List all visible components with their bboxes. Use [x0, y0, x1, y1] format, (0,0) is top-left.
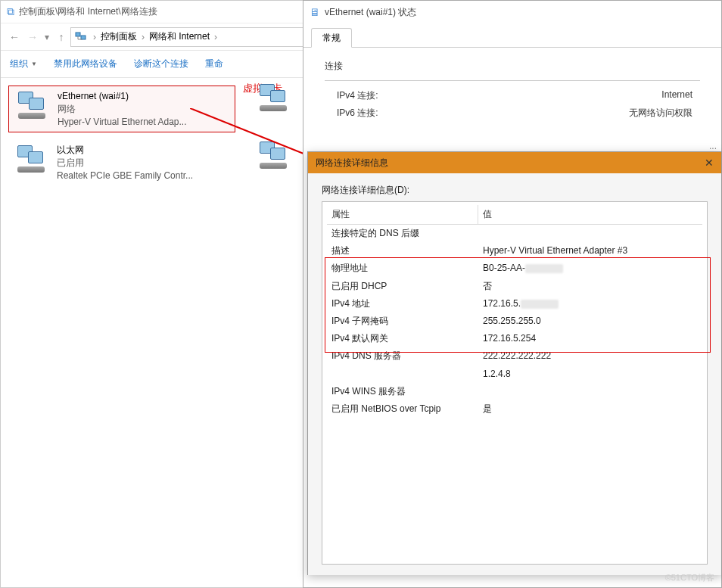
breadcrumb-sep: › [142, 32, 145, 42]
details-row[interactable]: 1.2.4.8 [327, 366, 702, 383]
details-row[interactable]: 已启用 NetBIOS over Tcpip是 [327, 400, 702, 418]
details-row[interactable]: 已启用 DHCP否 [327, 278, 702, 295]
adapter-name: vEthernet (wai#1) [58, 90, 229, 103]
details-val: Hyper-V Virtual Ethernet Adapter #3 [478, 244, 702, 258]
nav-forward-button[interactable]: → [23, 28, 42, 46]
status-title-bar: 🖥 vEthernet (wai#1) 状态 [303, 1, 721, 23]
details-val: 否 [478, 279, 702, 294]
organize-button[interactable]: 组织▼ [10, 58, 37, 70]
svg-rect-1 [81, 36, 86, 39]
details-prop [327, 367, 478, 381]
breadcrumb-sep: › [93, 32, 96, 42]
details-prop: 已启用 DHCP [327, 279, 478, 294]
adapter-icon [257, 140, 293, 172]
disable-device-button[interactable]: 禁用此网络设备 [54, 58, 117, 70]
adapter-item-vethernet[interactable]: vEthernet (wai#1) 网络 Hyper-V Virtual Eth… [8, 86, 235, 132]
redacted-text [525, 264, 563, 273]
adapter-small-icon: 🖥 [310, 6, 320, 18]
details-table: 属性 值 连接特定的 DNS 后缀描述Hyper-V Virtual Ether… [322, 201, 708, 565]
status-body: 连接 IPv4 连接: Internet IPv6 连接: 无网络访问权限 [303, 48, 721, 134]
close-button[interactable]: ✕ [705, 157, 714, 169]
details-prop: 物理地址 [327, 261, 478, 275]
details-val: 是 [478, 402, 702, 416]
details-prop: IPv4 地址 [327, 297, 478, 311]
details-row[interactable]: IPv4 DNS 服务器222.222.222.222 [327, 347, 702, 365]
status-value: 无网络访问权限 [458, 107, 700, 120]
watermark: ©51CTO博客 [665, 572, 714, 583]
adapter-item-ethernet[interactable]: 以太网 已启用 Realtek PCIe GBE Family Contr... [8, 140, 235, 185]
col-header-property[interactable]: 属性 [327, 205, 478, 225]
adapter-status: 已启用 [57, 157, 229, 170]
diagnose-button[interactable]: 诊断这个连接 [134, 58, 188, 70]
details-val: 172.16.5. [478, 297, 702, 311]
network-icon: ⧉ [7, 5, 14, 18]
breadcrumb-item-1[interactable]: 网络和 Internet [147, 29, 212, 45]
status-row-ipv4: IPv4 连接: Internet [325, 87, 700, 104]
divider [325, 80, 700, 81]
status-label: IPv4 连接: [337, 89, 458, 102]
adapter-icon [257, 82, 293, 114]
details-row[interactable]: 描述Hyper-V Virtual Ethernet Adapter #3 [327, 242, 702, 260]
adapter-name: 以太网 [57, 144, 229, 157]
details-val: 255.255.255.0 [478, 314, 702, 328]
rename-button[interactable]: 重命 [205, 58, 223, 70]
nav-recent-button[interactable]: ▾ [45, 32, 49, 42]
details-val: B0-25-AA- [478, 261, 702, 275]
col-header-value[interactable]: 值 [478, 205, 702, 225]
breadcrumb-icon [74, 30, 88, 44]
details-val: 222.222.222.222 [478, 349, 702, 363]
details-title-bar: 网络连接详细信息 ✕ [308, 152, 721, 173]
details-row[interactable]: IPv4 地址172.16.5. [327, 295, 702, 313]
details-dialog: 网络连接详细信息 ✕ 网络连接详细信息(D): 属性 值 连接特定的 DNS 后… [307, 151, 722, 575]
breadcrumb-sep: › [214, 32, 217, 42]
details-prop: 描述 [327, 244, 478, 258]
details-label: 网络连接详细信息(D): [322, 184, 708, 197]
details-row[interactable]: IPv4 WINS 服务器 [327, 383, 702, 400]
status-row-ipv6: IPv6 连接: 无网络访问权限 [325, 104, 700, 122]
tab-general[interactable]: 常规 [311, 28, 352, 48]
status-label: IPv6 连接: [337, 107, 458, 120]
details-row[interactable]: 连接特定的 DNS 后缀 [327, 225, 702, 242]
details-val: 172.16.5.254 [478, 331, 702, 346]
status-tabs: 常规 [303, 23, 721, 48]
adapter-icon [15, 90, 51, 122]
svg-rect-0 [76, 33, 80, 36]
status-section-connection: 连接 [325, 60, 700, 73]
details-header-row: 属性 值 [327, 205, 702, 225]
details-prop: IPv4 DNS 服务器 [327, 349, 478, 363]
details-title: 网络连接详细信息 [316, 157, 388, 170]
redacted-text [521, 300, 559, 309]
details-prop: IPv4 WINS 服务器 [327, 384, 478, 399]
adapter-status: 网络 [58, 103, 229, 116]
details-row[interactable]: IPv4 默认网关172.16.5.254 [327, 330, 702, 347]
status-value: Internet [458, 89, 700, 102]
details-row[interactable]: IPv4 子网掩码255.255.255.0 [327, 313, 702, 330]
details-body: 网络连接详细信息(D): 属性 值 连接特定的 DNS 后缀描述Hyper-V … [308, 173, 721, 575]
adapter-desc: Realtek PCIe GBE Family Contr... [57, 170, 229, 182]
window-title: 控制面板\网络和 Internet\网络连接 [19, 5, 157, 18]
details-row[interactable]: 物理地址B0-25-AA- [327, 260, 702, 277]
nav-up-button[interactable]: ↑ [52, 28, 70, 46]
details-val [478, 384, 702, 399]
status-title: vEthernet (wai#1) 状态 [325, 6, 416, 19]
details-val: 1.2.4.8 [478, 367, 702, 381]
details-val [478, 226, 702, 241]
details-prop: 连接特定的 DNS 后缀 [327, 226, 478, 241]
nav-back-button[interactable]: ← [5, 28, 23, 46]
adapter-icon [14, 144, 51, 176]
breadcrumb-item-0[interactable]: 控制面板 [98, 29, 139, 45]
adapter-desc: Hyper-V Virtual Ethernet Adap... [58, 116, 229, 129]
details-prop: IPv4 默认网关 [327, 331, 478, 346]
details-prop: 已启用 NetBIOS over Tcpip [327, 402, 478, 416]
ellipsis-text: ... [709, 141, 717, 151]
details-prop: IPv4 子网掩码 [327, 314, 478, 328]
caret-down-icon: ▼ [31, 61, 37, 67]
